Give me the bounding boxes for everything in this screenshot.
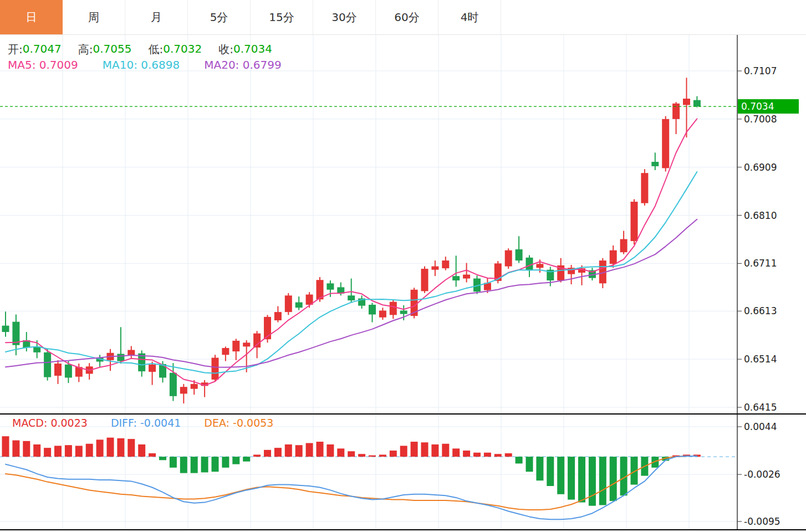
candle-body <box>421 269 428 291</box>
macd-bar <box>264 450 271 457</box>
candle-body <box>641 173 648 203</box>
macd-bar <box>54 446 62 457</box>
candle-body <box>536 264 543 268</box>
candle-body <box>170 373 177 396</box>
ma5-label: MA5: <box>8 58 35 71</box>
candle-body <box>180 387 187 393</box>
macd-bar <box>107 438 114 457</box>
tab-week[interactable]: 周 <box>63 0 125 34</box>
macd-bar <box>306 443 313 457</box>
candle-body <box>274 312 282 320</box>
tab-60min[interactable]: 60分 <box>376 0 438 34</box>
macd-bar <box>317 442 324 457</box>
macd-value: 0.0023 <box>50 417 87 429</box>
macd-bar <box>348 451 355 457</box>
ma-legend: MA5: 0.7009 MA10: 0.6898 MA20: 0.6799 <box>8 58 306 71</box>
candle-body <box>620 239 628 253</box>
macd-legend: MACD: 0.0023 DIFF: -0.0041 DEA: -0.0053 <box>12 417 297 429</box>
macd-bar <box>243 457 250 462</box>
macd-bar <box>400 446 407 457</box>
macd-bar <box>285 444 292 457</box>
price-axis-label: 0.6514 <box>744 354 777 365</box>
macd-bar <box>421 442 428 457</box>
macd-bar <box>536 457 543 480</box>
macd-bar <box>127 439 135 457</box>
low-label: 低: <box>148 42 163 57</box>
candle-body <box>212 358 219 380</box>
macd-bar <box>505 453 512 457</box>
candle-body <box>463 275 470 279</box>
candle-body <box>431 267 438 270</box>
macd-bar <box>149 453 156 457</box>
macd-bar <box>516 457 523 463</box>
dea-value: -0.0053 <box>233 417 273 429</box>
price-axis-label: 0.6711 <box>744 258 777 269</box>
ohlc-legend: 开:0.7047 高:0.7055 低:0.7032 收:0.7034 <box>8 42 289 57</box>
tab-30min[interactable]: 30分 <box>313 0 376 34</box>
chart-canvas[interactable]: 0.71070.70080.69090.68100.67110.66130.65… <box>0 0 806 532</box>
candle-body <box>253 334 261 347</box>
ma20-label: MA20: <box>204 58 239 71</box>
price-axis-label: 0.7107 <box>744 65 777 76</box>
macd-bar <box>65 445 72 457</box>
diff-value: -0.0041 <box>140 417 181 429</box>
macd-bar <box>390 451 397 457</box>
price-axis-label: 0.7008 <box>744 114 777 125</box>
macd-bar <box>358 454 365 457</box>
macd-bar <box>180 457 187 473</box>
macd-bar <box>557 457 564 494</box>
price-axis-label: 0.6909 <box>744 162 777 173</box>
macd-bar <box>327 444 334 457</box>
price-axis-label: 0.6415 <box>744 402 777 413</box>
macd-label: MACD: <box>12 417 47 429</box>
macd-bar <box>526 457 533 472</box>
macd-bar <box>96 439 104 457</box>
macd-bar <box>23 441 30 457</box>
macd-bar <box>337 448 344 457</box>
close-label: 收: <box>218 42 233 57</box>
candle-body <box>442 260 449 268</box>
open-value: 0.7047 <box>23 42 62 57</box>
timeframe-tabs: 日周月5分15分30分60分4时 <box>0 0 806 35</box>
candle-body <box>222 348 229 355</box>
close-value: 0.7034 <box>233 42 272 57</box>
price-axis-label: 0.6810 <box>744 210 777 221</box>
tab-4hour[interactable]: 4时 <box>438 0 501 34</box>
candle-body <box>191 384 198 389</box>
candle-body <box>452 276 460 280</box>
candle-body <box>65 365 72 378</box>
macd-bar <box>222 457 229 468</box>
candle-body <box>348 295 355 300</box>
macd-bar <box>484 453 491 457</box>
macd-bar <box>44 448 51 457</box>
macd-bar <box>232 457 239 464</box>
macd-bar <box>578 457 585 502</box>
tab-5min[interactable]: 5分 <box>188 0 251 34</box>
macd-bar <box>86 444 93 457</box>
candle-body <box>390 302 397 315</box>
macd-bar <box>191 457 198 473</box>
macd-bar <box>274 448 282 457</box>
macd-bar <box>33 444 40 457</box>
candle-body <box>369 305 376 315</box>
tab-15min[interactable]: 15分 <box>251 0 313 34</box>
candle-body <box>117 354 124 361</box>
macd-bar <box>411 442 418 457</box>
tab-day[interactable]: 日 <box>0 0 63 34</box>
candle-body <box>672 104 680 119</box>
diff-label: DIFF: <box>111 417 137 429</box>
macd-bar <box>379 454 386 457</box>
macd-bar <box>369 456 376 457</box>
macd-bar <box>212 457 219 472</box>
candle-body <box>379 310 386 317</box>
candle-body <box>54 364 62 376</box>
candle-body <box>662 119 669 168</box>
macd-bar <box>463 451 470 457</box>
candle-body <box>610 250 617 264</box>
tab-month[interactable]: 月 <box>125 0 188 34</box>
high-label: 高: <box>78 42 93 57</box>
ma20-value: 0.6799 <box>243 58 282 71</box>
macd-bar <box>117 438 124 457</box>
candle-body <box>631 202 638 241</box>
candle-body <box>693 100 701 106</box>
